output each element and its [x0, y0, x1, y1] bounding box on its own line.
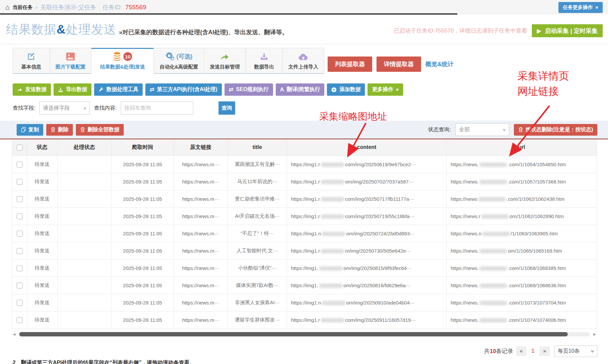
- tab-basic-info[interactable]: 基本信息: [13, 48, 50, 74]
- search-field-select[interactable]: 请选择字段 ∨: [39, 101, 90, 115]
- row-detail-url: https://news..com/1/1054/1054850.htm: [447, 156, 597, 173]
- select-all-checkbox[interactable]: [17, 145, 23, 151]
- row-process-status: [58, 207, 111, 225]
- column-header-status: 状态: [27, 139, 58, 156]
- row-checkbox[interactable]: [17, 196, 23, 202]
- row-content-url: https://img1.rom/img/20250702/7037a587··…: [287, 173, 447, 190]
- search-input[interactable]: [121, 101, 193, 115]
- chevron-down-icon: ∨: [503, 128, 506, 132]
- row-title: AI开启破次元名场···: [228, 207, 287, 225]
- horizontal-scrollbar: ◄ ►: [12, 332, 597, 337]
- redaction-blur: [321, 318, 345, 322]
- play-icon: ▶: [537, 27, 541, 35]
- scrollbar-thumb[interactable]: [19, 332, 568, 336]
- seo-rules-button[interactable]: ⇄SEO规则执行: [225, 83, 273, 96]
- row-source-link: https://news.m···: [174, 190, 228, 207]
- detail-extractor-button[interactable]: 详情提取器: [377, 57, 421, 72]
- scroll-left-icon[interactable]: ◄: [12, 332, 16, 337]
- row-checkbox[interactable]: [17, 213, 23, 219]
- prev-page-button[interactable]: «: [516, 346, 527, 356]
- translate-button[interactable]: A翻译|简繁执行: [276, 83, 325, 96]
- column-header-crawl-time: 爬取时间: [111, 139, 174, 156]
- tab-send-target[interactable]: 发送目标管理: [204, 48, 246, 74]
- start-collect-label: 启动采集 | 定时采集: [545, 27, 598, 35]
- download-icon: [58, 87, 63, 92]
- per-page-value: 每页10条: [558, 348, 580, 355]
- data-process-tools-button[interactable]: 数据处理工具: [94, 83, 143, 96]
- image-icon: [66, 52, 75, 61]
- delete-by-status-button[interactable]: 按状态删除(注意是：按状态): [514, 124, 597, 136]
- send-data-button[interactable]: 发送数据: [13, 83, 51, 96]
- trash-icon: [80, 127, 85, 132]
- table-row: 待发送 2025-09-28 11:05 https://news.m··· 紧…: [12, 156, 597, 173]
- home-icon: ⌂: [5, 3, 10, 11]
- status-query-label: 状态查询:: [428, 126, 451, 133]
- row-title: 黄仁勋密集访华难···: [228, 190, 287, 207]
- breadcrumb: ⌂ 当前任务 › 关联任务演示-父任务 任务ID: 755569: [5, 3, 146, 11]
- row-checkbox[interactable]: [17, 179, 23, 185]
- row-checkbox[interactable]: [17, 317, 23, 323]
- current-page: 1: [530, 348, 536, 354]
- tab-file-upload[interactable]: 文件上传导入: [282, 48, 324, 74]
- row-status: 待发送: [27, 277, 58, 294]
- third-party-api-button[interactable]: ⇄第三方API执行(含AI处理): [145, 83, 222, 96]
- tab-label: 文件上传导入: [288, 64, 318, 70]
- row-detail-url: https://news.com/1/1062/1062438.htm: [447, 190, 597, 207]
- row-detail-url: https://news.n/1/1063/1063905.htm: [447, 225, 597, 242]
- redaction-blur: [321, 249, 345, 253]
- row-source-link: https://news.m···: [174, 242, 228, 259]
- export-data-button[interactable]: 导出数据: [54, 83, 91, 96]
- row-content-url: https://img1.om/img/20250816/fd629e6a···: [287, 277, 447, 294]
- add-data-button[interactable]: 添加数据: [327, 83, 365, 96]
- redaction-blur: [321, 180, 345, 184]
- more-actions-button[interactable]: 更多操作∨: [368, 83, 403, 96]
- row-checkbox[interactable]: [17, 231, 23, 237]
- share-arrow-icon: [17, 87, 23, 92]
- row-process-status: [58, 311, 111, 328]
- scroll-right-icon[interactable]: ►: [592, 332, 597, 337]
- row-status: 待发送: [27, 242, 58, 259]
- tab-image-download-config[interactable]: 图片下载配置: [50, 48, 91, 74]
- redaction-blur: [479, 180, 507, 184]
- query-button[interactable]: 查询: [219, 101, 235, 115]
- breadcrumb-current-task[interactable]: 当前任务: [13, 4, 33, 11]
- row-source-link: https://news.m···: [174, 311, 228, 328]
- tab-automation-advanced[interactable]: (可选) 自动化&高级配置: [154, 48, 204, 74]
- column-header-source-link: 原文链接: [174, 139, 228, 156]
- row-checkbox[interactable]: [17, 283, 23, 289]
- page-title: 结果数据&处理发送: [6, 21, 116, 38]
- row-crawl-time: 2025-09-28 11:05: [111, 190, 174, 207]
- table-row: 待发送 2025-09-28 11:05 https://news.m··· 遭…: [12, 311, 597, 328]
- list-extractor-button[interactable]: 列表提取器: [328, 57, 372, 72]
- scrollbar-track[interactable]: [19, 332, 590, 336]
- task-more-actions-button[interactable]: 任务更多操作 ∨: [558, 2, 603, 13]
- next-page-button[interactable]: »: [539, 346, 550, 356]
- tab-result-data-send[interactable]: 10 结果数据&处理|发送: [91, 48, 154, 74]
- row-checkbox[interactable]: [17, 162, 23, 168]
- row-checkbox[interactable]: [17, 300, 23, 306]
- row-status: 待发送: [27, 259, 58, 277]
- column-header-content: content: [287, 139, 447, 156]
- cloud-upload-icon: [298, 52, 308, 61]
- per-page-select[interactable]: 每页10条 ∨: [554, 345, 597, 357]
- row-process-status: [58, 277, 111, 294]
- delete-all-button[interactable]: 删除全部数据: [76, 124, 124, 136]
- tab-data-export[interactable]: 数据导出: [245, 48, 283, 74]
- total-count: 10: [490, 348, 496, 354]
- row-checkbox[interactable]: [17, 248, 23, 254]
- status-filter-select[interactable]: 全部 ∨: [455, 123, 509, 136]
- tab-label: 数据导出: [251, 64, 277, 70]
- row-status: 待发送: [27, 173, 58, 190]
- page: ⌂ 当前任务 › 关联任务演示-父任务 任务ID: 755569 任务更多操作 …: [0, 0, 608, 364]
- copy-button[interactable]: 复制: [17, 124, 43, 136]
- breadcrumb-task-name[interactable]: 关联任务演示-父任务: [40, 3, 96, 11]
- results-table: 状态 处理状态 爬取时间 原文链接 title content url 待发送 …: [12, 139, 597, 329]
- row-checkbox[interactable]: [17, 265, 23, 271]
- plus-circle-icon: [331, 87, 337, 92]
- overview-stats-link[interactable]: 概览&统计: [425, 60, 454, 68]
- delete-button[interactable]: 删除: [46, 124, 73, 136]
- chevron-down-icon: ∨: [83, 106, 87, 110]
- row-process-status: [58, 225, 111, 242]
- table-toolbar: 复制 删除 删除全部数据 状态查询: 全部 ∨ 按状态删除(注意是：按状态): [0, 121, 608, 139]
- start-collect-button[interactable]: ▶ 启动采集 | 定时采集: [532, 24, 603, 37]
